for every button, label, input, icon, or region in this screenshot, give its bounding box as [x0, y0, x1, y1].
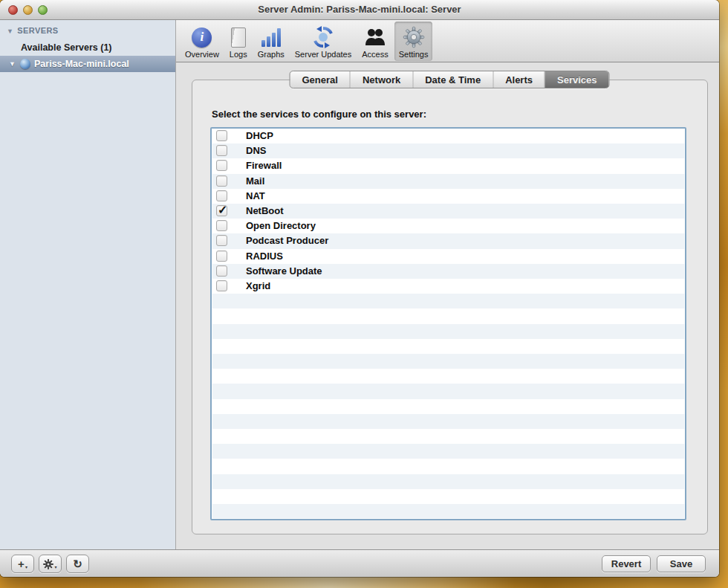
- service-label: DNS: [246, 143, 266, 158]
- content-area: General Network Date & Time Alerts Servi…: [176, 62, 719, 549]
- titlebar[interactable]: Server Admin: Pariss-Mac-mini.local: Ser…: [0, 0, 719, 20]
- window-title: Server Admin: Pariss-Mac-mini.local: Ser…: [0, 4, 719, 15]
- toolbar-label: Overview: [185, 50, 219, 59]
- refresh-icon: ↻: [73, 558, 82, 569]
- toolbar-label: Logs: [230, 50, 247, 59]
- service-checkbox[interactable]: [216, 160, 227, 171]
- service-label: DHCP: [246, 129, 273, 143]
- service-row[interactable]: Xgrid: [212, 279, 685, 294]
- service-row[interactable]: NAT: [212, 189, 685, 204]
- service-checkbox[interactable]: [216, 235, 227, 246]
- services-prompt: Select the services to configure on this…: [212, 109, 426, 120]
- server-admin-window: Server Admin: Pariss-Mac-mini.local: Ser…: [0, 0, 719, 577]
- sidebar-item-server-selected[interactable]: ▼ Pariss-Mac-mini.local: [0, 56, 175, 72]
- tab-services[interactable]: Services: [545, 71, 609, 88]
- update-arrows-icon: [312, 26, 334, 48]
- checkmark-icon: ✓: [218, 203, 227, 217]
- bottombar: +▾ ▾: [0, 549, 719, 577]
- refresh-button[interactable]: ↻: [66, 555, 89, 573]
- add-server-button[interactable]: +▾: [11, 555, 34, 573]
- service-row[interactable]: Firewall: [212, 158, 685, 173]
- service-checkbox[interactable]: [216, 145, 227, 156]
- service-label: Open Directory: [246, 219, 316, 233]
- sidebar-group-label: SERVERS: [17, 26, 58, 35]
- service-checkbox[interactable]: [216, 280, 227, 291]
- service-row[interactable]: RADIUS: [212, 249, 685, 264]
- service-checkbox[interactable]: [216, 130, 227, 141]
- service-row[interactable]: Mail: [212, 174, 685, 189]
- toolbar-label: Graphs: [258, 50, 285, 59]
- toolbar-label: Server Updates: [295, 50, 351, 59]
- tab-network[interactable]: Network: [351, 71, 413, 88]
- service-label: RADIUS: [246, 249, 283, 264]
- service-checkbox[interactable]: [216, 175, 227, 187]
- document-icon: [231, 28, 246, 48]
- settings-tabbar: General Network Date & Time Alerts Servi…: [290, 71, 610, 88]
- service-label: Software Update: [246, 264, 322, 279]
- disclosure-triangle-icon[interactable]: ▼: [7, 28, 13, 35]
- gear-icon: [43, 559, 53, 569]
- server-name: Pariss-Mac-mini.local: [34, 59, 129, 69]
- service-checkbox[interactable]: [216, 265, 227, 277]
- service-label: Podcast Producer: [246, 233, 328, 248]
- toolbar-item-settings[interactable]: Settings: [394, 22, 433, 61]
- users-icon: [364, 28, 386, 47]
- sidebar-group-servers[interactable]: ▼SERVERS: [7, 26, 59, 35]
- service-label: Mail: [246, 174, 264, 189]
- bar-chart-icon: [261, 28, 281, 47]
- tab-date-time[interactable]: Date & Time: [413, 71, 493, 88]
- toolbar-item-overview[interactable]: i Overview: [181, 22, 224, 61]
- service-checkbox[interactable]: [216, 190, 227, 201]
- toolbar-item-graphs[interactable]: Graphs: [253, 22, 289, 61]
- disclosure-triangle-icon[interactable]: ▼: [9, 56, 16, 72]
- service-label: Firewall: [246, 158, 282, 173]
- service-row[interactable]: Open Directory: [212, 219, 685, 233]
- tab-alerts[interactable]: Alerts: [493, 71, 545, 88]
- service-checkbox[interactable]: [216, 251, 227, 262]
- toolbar-item-access[interactable]: Access: [357, 22, 392, 61]
- save-button[interactable]: Save: [657, 555, 706, 572]
- service-row[interactable]: DHCP: [212, 129, 685, 143]
- server-globe-icon: [20, 59, 30, 69]
- action-menu-button[interactable]: ▾: [39, 555, 62, 573]
- sidebar-item-available-servers[interactable]: Available Servers (1): [21, 42, 112, 53]
- dropdown-dot-icon: ▾: [54, 564, 56, 569]
- service-checkbox[interactable]: ✓: [216, 205, 227, 216]
- info-circle-icon: i: [192, 28, 212, 48]
- service-checkbox[interactable]: [216, 220, 227, 231]
- sidebar: ▼SERVERS Available Servers (1) ▼ Pariss-…: [0, 20, 176, 549]
- service-label: NAT: [246, 189, 265, 204]
- service-row[interactable]: DNS: [212, 143, 685, 158]
- toolbar-label: Access: [362, 50, 388, 59]
- service-label: Xgrid: [246, 279, 270, 294]
- toolbar: i Overview Logs Graphs: [176, 20, 719, 62]
- service-label: NetBoot: [246, 204, 284, 219]
- toolbar-item-server-updates[interactable]: Server Updates: [290, 22, 356, 61]
- service-row[interactable]: ✓NetBoot: [212, 204, 685, 219]
- service-row[interactable]: Podcast Producer: [212, 233, 685, 248]
- gear-icon: [403, 26, 425, 48]
- toolbar-label: Settings: [399, 50, 429, 59]
- services-list: DHCPDNSFirewallMailNAT✓NetBootOpen Direc…: [210, 127, 686, 520]
- desktop-wallpaper: Server Admin: Pariss-Mac-mini.local: Ser…: [0, 0, 728, 588]
- revert-button[interactable]: Revert: [602, 555, 651, 572]
- service-row[interactable]: Software Update: [212, 264, 685, 279]
- dropdown-dot-icon: ▾: [25, 564, 27, 569]
- toolbar-item-logs[interactable]: Logs: [225, 22, 252, 61]
- plus-icon: +: [18, 558, 25, 569]
- tab-general[interactable]: General: [290, 71, 351, 88]
